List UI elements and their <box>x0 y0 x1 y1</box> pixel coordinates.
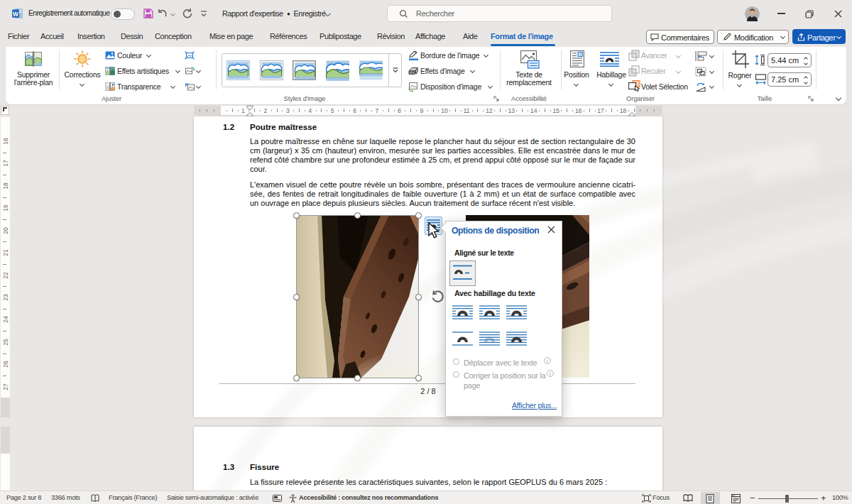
svg-text:W: W <box>13 11 19 18</box>
